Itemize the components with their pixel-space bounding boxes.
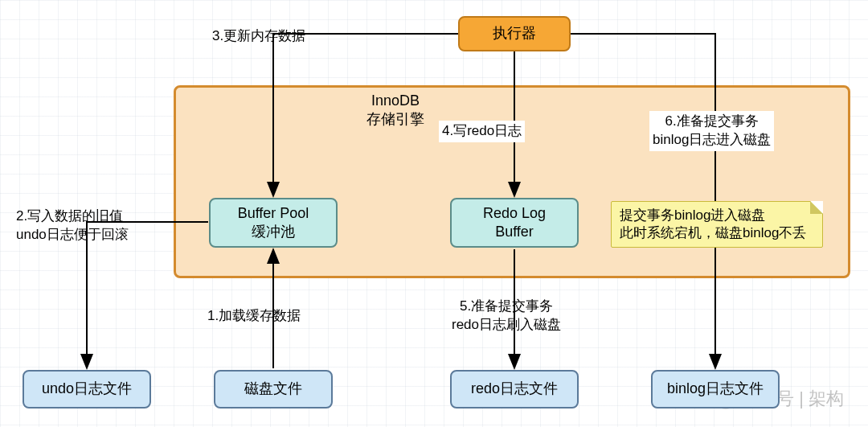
buffer-pool-box: Buffer Pool 缓冲池 [209, 198, 338, 248]
step1-label: 1.加载缓存数据 [207, 307, 301, 326]
undo-file-label: undo日志文件 [42, 380, 132, 398]
note-fold-icon [810, 201, 823, 214]
innodb-title: InnoDB 存储引擎 [347, 92, 444, 129]
step4-label: 4.写redo日志 [439, 121, 525, 142]
executor-box: 执行器 [458, 16, 571, 51]
note-line1: 提交事务binlog进入磁盘 [620, 207, 806, 224]
note-box: 提交事务binlog进入磁盘 此时系统宕机，磁盘binlog不丢 [611, 201, 823, 248]
step3-label: 3.更新内存数据 [212, 27, 305, 46]
disk-file-box: 磁盘文件 [214, 370, 333, 409]
step6-label: 6.准备提交事务 binlog日志进入磁盘 [649, 111, 774, 151]
executor-label: 执行器 [493, 24, 536, 43]
disk-file-label: 磁盘文件 [244, 380, 302, 398]
step2-label: 2.写入数据的旧值 undo日志便于回滚 [16, 207, 129, 244]
step5-label: 5.准备提交事务 redo日志刷入磁盘 [452, 298, 561, 335]
innodb-title-line1: InnoDB [347, 92, 444, 110]
redo-file-box: redo日志文件 [450, 370, 579, 409]
undo-file-box: undo日志文件 [23, 370, 151, 409]
innodb-title-line2: 存储引擎 [347, 110, 444, 129]
redo-log-buffer-line1: Redo Log [483, 204, 546, 223]
redo-log-buffer-line2: Buffer [483, 223, 546, 241]
redo-file-label: redo日志文件 [471, 380, 558, 398]
binlog-file-label: binlog日志文件 [667, 380, 764, 398]
buffer-pool-line2: 缓冲池 [238, 223, 309, 241]
buffer-pool-line1: Buffer Pool [238, 204, 309, 223]
binlog-file-box: binlog日志文件 [651, 370, 780, 409]
note-line2: 此时系统宕机，磁盘binlog不丢 [620, 224, 806, 242]
redo-log-buffer-box: Redo Log Buffer [450, 198, 579, 248]
